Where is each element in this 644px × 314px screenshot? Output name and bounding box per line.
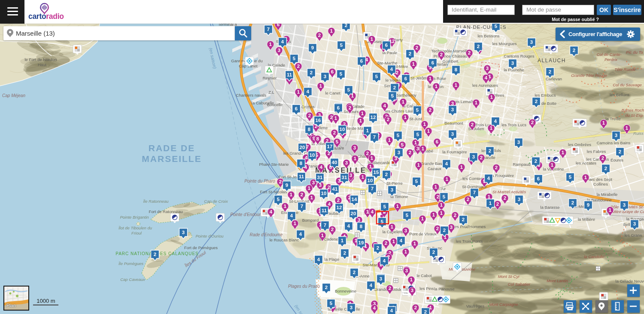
svg-text:4: 4 [281, 39, 284, 44]
svg-text:3: 3 [404, 228, 407, 233]
svg-text:2: 2 [495, 165, 498, 170]
svg-text:2: 2 [349, 105, 351, 110]
svg-text:St-Jérôme: St-Jérôme [410, 76, 429, 80]
svg-text:2: 2 [154, 252, 156, 257]
svg-text:2: 2 [432, 250, 435, 255]
svg-text:Pont de Vivaux: Pont de Vivaux [409, 232, 437, 236]
svg-text:la Rouguière: la Rouguière [491, 173, 514, 178]
svg-text:9: 9 [286, 183, 288, 188]
svg-text:Grande Tête Rouge: Grande Tête Rouge [571, 73, 607, 78]
svg-text:17: 17 [327, 144, 333, 149]
svg-text:Île Pomègues: Île Pomègues [118, 261, 143, 266]
svg-text:la Millière: la Millière [578, 217, 595, 222]
svg-text:les Trois Ponts: les Trois Ponts [456, 239, 483, 244]
svg-text:la Mirabelle: la Mirabelle [597, 192, 618, 197]
svg-text:3: 3 [350, 305, 352, 310]
svg-text:Pointe du Pharo: Pointe du Pharo [244, 179, 275, 183]
svg-text:1: 1 [369, 164, 372, 169]
svg-text:1: 1 [490, 125, 493, 131]
svg-text:3: 3 [353, 145, 356, 150]
svg-text:3: 3 [391, 187, 393, 192]
svg-text:du St-Esp: du St-Esp [625, 113, 643, 118]
svg-text:Pointe d'Endoume: Pointe d'Endoume [230, 212, 265, 217]
svg-text:Mont Rouvière: Mont Rouvière [449, 267, 475, 271]
svg-text:le Cabot: le Cabot [416, 273, 432, 278]
svg-text:6: 6 [385, 43, 388, 48]
svg-text:3: 3 [182, 230, 185, 235]
svg-text:1: 1 [396, 204, 399, 209]
svg-text:6: 6 [331, 69, 334, 74]
svg-text:Plan: Plan [6, 303, 16, 308]
svg-text:3: 3 [517, 140, 520, 145]
svg-text:2: 2 [467, 197, 469, 202]
svg-text:2: 2 [279, 179, 282, 184]
svg-text:Pic du Ta: Pic du Ta [626, 50, 643, 55]
svg-text:MARSEILLE: MARSEILLE [142, 154, 201, 164]
svg-text:Vaufrèges: Vaufrèges [466, 304, 485, 308]
svg-text:16: 16 [316, 118, 321, 123]
svg-text:3: 3 [486, 66, 489, 71]
svg-text:2: 2 [409, 150, 411, 155]
svg-text:5: 5 [406, 213, 409, 218]
svg-text:5: 5 [495, 24, 498, 29]
svg-text:15: 15 [374, 170, 379, 175]
svg-text:2: 2 [387, 117, 389, 122]
svg-text:2: 2 [337, 198, 340, 203]
svg-text:6: 6 [337, 105, 340, 110]
svg-text:1: 1 [440, 210, 443, 216]
svg-text:19: 19 [358, 240, 364, 245]
svg-text:8: 8 [316, 136, 319, 141]
svg-text:1: 1 [421, 216, 424, 221]
svg-text:4: 4 [347, 223, 350, 229]
svg-text:1: 1 [269, 42, 272, 47]
svg-text:1: 1 [366, 128, 369, 133]
svg-text:la Candolle: la Candolle [584, 254, 605, 259]
svg-text:1: 1 [341, 238, 344, 243]
svg-text:3: 3 [472, 154, 475, 159]
svg-text:2: 2 [414, 305, 417, 310]
svg-text:6: 6 [360, 58, 363, 64]
svg-text:1: 1 [361, 174, 365, 180]
svg-text:7: 7 [324, 223, 326, 228]
svg-text:la Gélade Neuve: la Gélade Neuve [616, 279, 644, 284]
svg-text:2: 2 [308, 113, 311, 118]
svg-text:2: 2 [605, 166, 607, 171]
svg-text:2: 2 [454, 213, 456, 218]
svg-text:8: 8 [308, 127, 311, 132]
svg-text:Éoures: Éoures [611, 158, 623, 162]
svg-text:Plages du Prado: Plages du Prado [288, 284, 320, 289]
svg-text:le Canet: le Canet [325, 91, 340, 95]
svg-text:2: 2 [437, 194, 439, 199]
svg-text:1: 1 [308, 186, 311, 191]
svg-text:les Grans: les Grans [625, 233, 642, 238]
svg-text:Mitre-Braye de Ca: Mitre-Braye de Ca [612, 209, 644, 214]
svg-text:7: 7 [373, 134, 376, 140]
svg-text:Bompard: Bompard [302, 218, 319, 223]
svg-text:41: 41 [332, 186, 338, 192]
svg-text:RADE DE: RADE DE [149, 143, 195, 153]
svg-text:1: 1 [310, 195, 313, 200]
svg-text:7: 7 [301, 204, 303, 209]
svg-text:les Embucs: les Embucs [535, 93, 556, 98]
svg-text:St-Marcel Activités: St-Marcel Activités [492, 189, 526, 194]
svg-text:2: 2 [331, 227, 334, 232]
svg-text:3: 3 [451, 107, 454, 112]
svg-text:6: 6 [295, 106, 298, 111]
svg-text:3: 3 [312, 180, 315, 185]
svg-text:4: 4 [270, 209, 273, 214]
svg-text:6: 6 [537, 176, 540, 181]
svg-text:1: 1 [321, 233, 324, 238]
svg-text:1: 1 [435, 84, 438, 89]
svg-text:20: 20 [300, 145, 305, 150]
svg-text:2: 2 [310, 70, 313, 75]
svg-text:Cantons Rouges: Cantons Rouges [504, 54, 535, 58]
svg-text:1: 1 [290, 192, 293, 197]
svg-text:Haut: Haut [38, 62, 46, 67]
svg-text:2: 2 [343, 250, 346, 256]
svg-text:5: 5 [397, 133, 400, 138]
svg-text:Cap de Croix: Cap de Croix [204, 199, 228, 204]
svg-text:1: 1 [432, 212, 435, 217]
svg-text:40: 40 [332, 160, 337, 165]
svg-text:14: 14 [352, 197, 357, 202]
svg-text:1: 1 [609, 207, 612, 213]
